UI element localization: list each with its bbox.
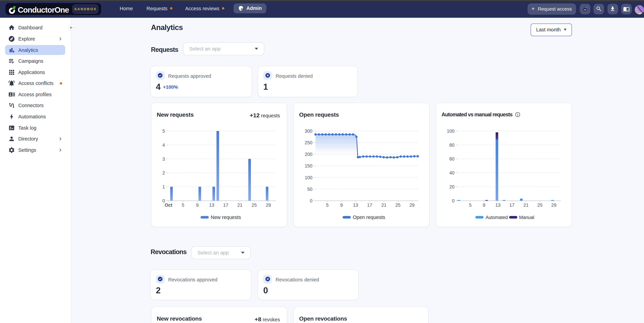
svg-text:21: 21 (381, 203, 386, 208)
svg-text:0: 0 (310, 198, 312, 203)
svg-text:250: 250 (304, 140, 312, 145)
svg-text:9: 9 (340, 203, 343, 208)
svg-text:Open requests: Open requests (352, 215, 385, 220)
svg-text:0: 0 (452, 198, 454, 203)
svg-text:Oct: Oct (164, 203, 172, 208)
svg-text:13: 13 (209, 203, 214, 208)
svg-text:13: 13 (495, 203, 500, 208)
svg-text:21: 21 (523, 203, 528, 208)
svg-text:50: 50 (307, 187, 312, 192)
svg-text:Automated: Automated (486, 215, 508, 220)
svg-text:2: 2 (162, 170, 165, 175)
svg-text:5: 5 (182, 203, 184, 208)
svg-text:29: 29 (266, 203, 271, 208)
svg-text:1: 1 (162, 184, 165, 189)
svg-text:Manual: Manual (519, 215, 534, 220)
svg-text:17: 17 (223, 203, 228, 208)
svg-text:100: 100 (304, 175, 312, 180)
svg-text:25: 25 (395, 203, 400, 208)
svg-text:17: 17 (367, 203, 372, 208)
svg-text:40: 40 (449, 170, 454, 175)
svg-text:60: 60 (449, 156, 454, 161)
svg-text:80: 80 (449, 143, 454, 148)
svg-text:300: 300 (304, 129, 312, 134)
svg-text:25: 25 (252, 203, 256, 208)
svg-text:100: 100 (447, 129, 454, 134)
svg-text:25: 25 (537, 203, 542, 208)
svg-text:New requests: New requests (210, 215, 241, 220)
svg-text:150: 150 (304, 163, 312, 168)
svg-text:13: 13 (353, 203, 358, 208)
svg-text:9: 9 (196, 203, 198, 208)
svg-text:4: 4 (162, 143, 165, 148)
svg-text:5: 5 (326, 203, 328, 208)
svg-text:21: 21 (237, 203, 242, 208)
svg-text:9: 9 (482, 203, 485, 208)
svg-text:5: 5 (162, 129, 165, 134)
svg-text:29: 29 (409, 203, 414, 208)
svg-text:200: 200 (304, 152, 312, 157)
svg-text:17: 17 (509, 203, 514, 208)
svg-text:20: 20 (449, 184, 454, 189)
svg-text:3: 3 (162, 157, 165, 162)
svg-text:5: 5 (469, 203, 472, 208)
svg-text:29: 29 (551, 203, 556, 208)
